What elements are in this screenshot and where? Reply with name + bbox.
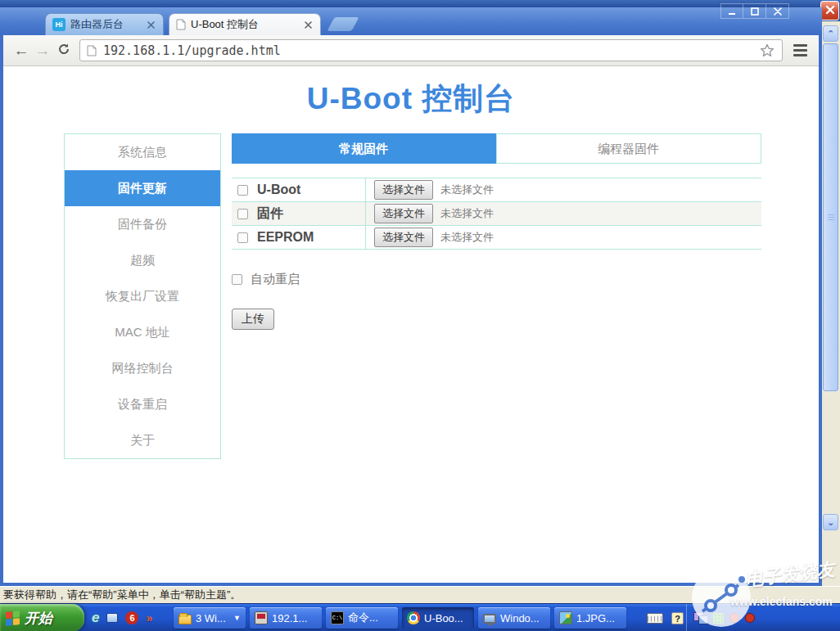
taskbar-button-chrome[interactable]: U-Boo...	[402, 607, 474, 629]
eeprom-choose-file-button[interactable]: 选择文件	[374, 228, 433, 247]
tab-label: U-Boot 控制台	[191, 17, 302, 32]
ie-icon[interactable]: e	[92, 610, 99, 626]
browser-tab-uboot[interactable]: U-Boot 控制台	[169, 13, 321, 35]
quick-launch: e 6 »	[92, 604, 152, 631]
folder-icon	[178, 615, 192, 624]
hamburger-icon	[793, 44, 807, 47]
row-label: U-Boot	[257, 183, 300, 197]
scroll-up-button[interactable]: ⌃	[823, 25, 838, 42]
scroll-down-button[interactable]: ⌄	[823, 514, 838, 530]
help-icon[interactable]: ?	[671, 612, 684, 624]
sidebar-item-net-console[interactable]: 网络控制台	[65, 350, 220, 386]
file-status: 未选择文件	[440, 230, 494, 245]
tray-antivirus-icon[interactable]	[745, 613, 755, 623]
close-icon	[825, 3, 835, 18]
taskbar-button-image-viewer[interactable]: 1.JPG...	[554, 607, 626, 629]
row-label: EEPROM	[257, 230, 314, 245]
row-label: 固件	[257, 205, 283, 223]
auto-reboot-label: 自动重启	[251, 272, 300, 287]
table-row-uboot: U-Boot 选择文件 未选择文件	[232, 178, 761, 202]
outer-scrollbar: ⌃ ⌄	[822, 21, 840, 586]
maximize-button[interactable]	[743, 3, 766, 19]
tray-security-icon[interactable]	[729, 613, 739, 623]
page-layout: 系统信息 固件更新 固件备份 超频 恢复出厂设置 MAC 地址 网络控制台 设备…	[64, 133, 761, 459]
taskbar-button-remote-desktop[interactable]: 192.1...	[250, 607, 322, 629]
sidebar-item-factory-reset[interactable]: 恢复出厂设置	[65, 278, 220, 314]
page-title: U-Boot 控制台	[3, 79, 819, 119]
tab-regular-firmware[interactable]: 常规固件	[232, 133, 496, 164]
network-activity-icon[interactable]	[713, 613, 724, 624]
hi-favicon-icon: Hi	[52, 18, 65, 31]
firmware-choose-file-button[interactable]: 选择文件	[374, 204, 433, 223]
quicklaunch-overflow-icon[interactable]: »	[146, 611, 152, 624]
table-row-firmware: 固件 选择文件 未选择文件	[232, 202, 761, 226]
system-tray	[686, 604, 755, 631]
auto-reboot-row: 自动重启	[232, 272, 761, 287]
task-buttons: 3 Wi... ▼ 192.1... C:\ 命令... U-Boo... Wi…	[174, 607, 626, 629]
windows-logo-icon	[6, 611, 20, 626]
scrollbar-thumb[interactable]	[823, 43, 838, 391]
sidebar-item-firmware-backup[interactable]: 固件备份	[65, 206, 220, 242]
upload-button[interactable]: 上传	[232, 309, 274, 330]
address-bar[interactable]: 192.168.1.1/upgrade.html	[79, 39, 783, 61]
browser-toolbar: ← → 192.168.1.1/upgrade.html	[3, 35, 819, 66]
taskbar-button-cmd[interactable]: C:\ 命令...	[326, 607, 398, 629]
tab-close-icon[interactable]	[302, 19, 314, 30]
network-computers-icon[interactable]	[693, 612, 707, 624]
page-icon	[87, 45, 97, 56]
desktop-screen: Hi 路由器后台 U-Boot 控制台	[0, 0, 840, 631]
sidebar-item-overclock[interactable]: 超频	[65, 242, 220, 278]
sidebar-item-reboot[interactable]: 设备重启	[65, 386, 220, 422]
remote-desktop-icon	[255, 611, 268, 624]
window-controls	[720, 3, 789, 19]
uboot-checkbox[interactable]	[237, 185, 248, 196]
back-arrow-icon: ←	[14, 42, 29, 60]
tab-programmer-firmware[interactable]: 编程器固件	[496, 133, 762, 164]
bookmark-star-icon[interactable]	[759, 43, 775, 59]
start-button[interactable]: 开始	[0, 604, 84, 631]
status-bar: 要获得帮助，请在“帮助”菜单中，单击“帮助主题”。	[0, 586, 840, 603]
sidebar-item-about[interactable]: 关于	[65, 422, 220, 458]
forward-button[interactable]: →	[32, 40, 53, 61]
back-button[interactable]: ←	[11, 40, 32, 61]
status-text: 要获得帮助，请在“帮助”菜单中，单击“帮助主题”。	[3, 588, 241, 602]
show-desktop-icon[interactable]	[106, 613, 118, 623]
taskbar-button-explorer-group[interactable]: 3 Wi... ▼	[174, 607, 246, 629]
firmware-tabs: 常规固件 编程器固件	[232, 133, 761, 164]
uboot-choose-file-button[interactable]: 选择文件	[374, 180, 433, 200]
red-6-browser-icon[interactable]: 6	[125, 611, 138, 624]
sidebar-item-mac-address[interactable]: MAC 地址	[65, 314, 220, 350]
command-prompt-icon: C:\	[331, 611, 344, 624]
browser-window: Hi 路由器后台 U-Boot 控制台	[0, 7, 822, 586]
group-caret-icon: ▼	[233, 614, 241, 622]
forward-arrow-icon: →	[35, 42, 51, 60]
reload-button[interactable]	[53, 40, 75, 61]
upload-table: U-Boot 选择文件 未选择文件 固件	[232, 178, 761, 250]
firmware-checkbox[interactable]	[237, 209, 248, 219]
taskbar-button-windows-app[interactable]: Windo...	[478, 607, 550, 629]
sidebar: 系统信息 固件更新 固件备份 超频 恢复出厂设置 MAC 地址 网络控制台 设备…	[64, 133, 221, 459]
keyboard-icon[interactable]	[647, 613, 663, 624]
auto-reboot-checkbox[interactable]	[232, 274, 242, 285]
minimize-button[interactable]	[720, 3, 743, 19]
scrollbar-grip	[828, 214, 834, 222]
outer-window-close-button[interactable]	[820, 1, 839, 20]
browser-tab-router[interactable]: Hi 路由器后台	[45, 13, 164, 35]
chevron-up-icon: ⌃	[827, 29, 834, 39]
menu-button[interactable]	[788, 40, 811, 61]
taskbar: 开始 e 6 » 3 Wi... ▼ 192.1... C:\ 命令...	[0, 603, 840, 631]
new-tab-button[interactable]	[327, 17, 359, 31]
language-bar: ?	[647, 604, 684, 631]
close-button[interactable]	[766, 3, 789, 19]
tab-close-icon[interactable]	[145, 19, 156, 30]
sidebar-item-firmware-update[interactable]: 固件更新	[65, 170, 220, 206]
computer-icon	[483, 614, 496, 624]
main-panel: 常规固件 编程器固件 U-Boot 选择文件 未选择文件	[232, 133, 761, 459]
eeprom-checkbox[interactable]	[237, 232, 248, 243]
file-status: 未选择文件	[440, 206, 494, 221]
image-viewer-icon	[559, 611, 572, 624]
sidebar-item-system-info[interactable]: 系统信息	[65, 134, 220, 170]
chrome-icon	[407, 611, 420, 624]
url-text[interactable]: 192.168.1.1/upgrade.html	[103, 43, 759, 58]
browser-tabstrip: Hi 路由器后台 U-Boot 控制台	[0, 7, 822, 35]
